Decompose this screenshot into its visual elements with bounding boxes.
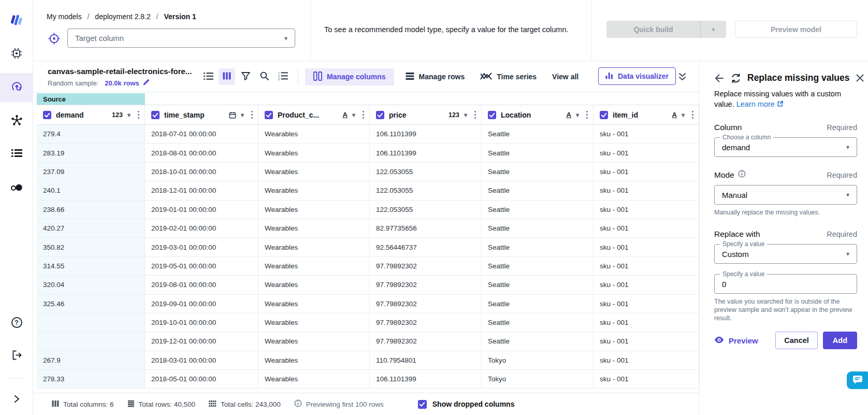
caret-down-icon[interactable]: ▾	[576, 111, 579, 119]
table-cell[interactable]: Seattle	[482, 276, 594, 294]
table-cell[interactable]: 122.053055	[370, 201, 482, 219]
column-checkbox[interactable]	[488, 111, 496, 119]
quick-build-button[interactable]: Quick build ▾	[606, 21, 726, 38]
info-icon[interactable]	[738, 170, 746, 180]
back-button[interactable]	[714, 73, 725, 83]
table-cell[interactable]: 2018-10-01 00:00:00	[145, 163, 258, 181]
mode-select[interactable]: Manual ▾	[714, 185, 857, 205]
caret-down-icon[interactable]: ▾	[464, 111, 467, 119]
table-cell[interactable]: 97.79892302	[370, 332, 482, 350]
column-header-demand[interactable]: demand123▾	[37, 105, 145, 124]
table-cell[interactable]: 325.46	[37, 295, 145, 313]
table-cell[interactable]: 106.1101399	[370, 370, 482, 388]
column-checkbox[interactable]	[265, 111, 273, 119]
manage-rows-button[interactable]: Manage rows	[406, 72, 465, 82]
table-cell[interactable]: 237.09	[37, 163, 145, 181]
sidebar-item-help[interactable]: ?	[0, 308, 33, 337]
column-checkbox[interactable]	[376, 111, 384, 119]
table-cell[interactable]: sku - 001	[594, 238, 699, 256]
table-cell[interactable]: sku - 001	[594, 144, 699, 162]
table-cell[interactable]: 320.04	[37, 276, 145, 294]
column-header-time_stamp[interactable]: time_stamp▾	[145, 105, 258, 124]
show-dropped-checkbox[interactable]	[418, 400, 427, 409]
table-cell[interactable]: 2018-12-01 00:00:00	[145, 181, 258, 199]
sidebar-expand-button[interactable]	[0, 385, 33, 414]
custom-value-field[interactable]: Specify a value	[714, 274, 857, 294]
table-cell[interactable]: Wearables	[258, 238, 370, 256]
sidebar-item-compare[interactable]	[0, 174, 33, 203]
table-cell[interactable]: Wearables	[258, 332, 370, 350]
sidebar-item-datasets[interactable]	[0, 73, 33, 102]
table-cell[interactable]: Wearables	[258, 313, 370, 332]
canvas-logo[interactable]	[0, 6, 33, 35]
table-cell[interactable]: Wearables	[258, 276, 370, 294]
column-header-product_c[interactable]: Product_c...A▾	[258, 105, 370, 124]
table-cell[interactable]: 283.19	[37, 144, 145, 162]
table-cell[interactable]: Seattle	[482, 219, 594, 237]
breadcrumb-my-models[interactable]: My models	[47, 12, 82, 21]
ordered-list-button[interactable]: 1 2 3	[274, 68, 291, 85]
table-cell[interactable]: sku - 001	[594, 257, 699, 275]
table-cell[interactable]: Seattle	[482, 181, 594, 199]
edit-icon[interactable]	[142, 78, 150, 88]
table-cell[interactable]: Wearables	[258, 370, 370, 388]
table-cell[interactable]: 2019-10-01 00:00:00	[145, 313, 258, 332]
sidebar-item-logout[interactable]	[0, 341, 33, 370]
kebab-menu-icon[interactable]	[361, 109, 365, 121]
table-cell[interactable]: Seattle	[482, 257, 594, 275]
table-cell[interactable]: Seattle	[482, 144, 594, 162]
table-cell[interactable]: 2019-12-01 00:00:00	[145, 332, 258, 350]
table-cell[interactable]: 97.79892302	[370, 295, 482, 313]
table-cell[interactable]: Wearables	[258, 351, 370, 369]
table-cell[interactable]: 2019-09-01 00:00:00	[145, 295, 258, 313]
learn-more-link[interactable]: Learn more	[736, 100, 775, 108]
table-cell[interactable]	[37, 332, 145, 350]
caret-down-icon[interactable]: ▾	[127, 111, 131, 119]
column-header-item_id[interactable]: item_idA▾	[594, 105, 699, 124]
table-cell[interactable]: 97.79892302	[370, 257, 482, 275]
table-cell[interactable]: sku - 001	[594, 219, 699, 237]
table-cell[interactable]: 2018-03-01 00:00:00	[145, 351, 258, 369]
table-cell[interactable]: Tokyo	[482, 370, 594, 388]
table-cell[interactable]: 82.97735656	[370, 219, 482, 237]
table-cell[interactable]: Seattle	[482, 295, 594, 313]
table-cell[interactable]: 267.9	[37, 351, 145, 369]
table-cell[interactable]: Wearables	[258, 163, 370, 181]
sidebar-item-list[interactable]	[0, 139, 33, 168]
close-button[interactable]	[856, 74, 864, 82]
table-cell[interactable]: 238.66	[37, 201, 145, 219]
sidebar-item-models[interactable]	[0, 39, 33, 68]
column-select[interactable]: Choose a column demand ▾	[714, 137, 857, 157]
table-cell[interactable]: Tokyo	[482, 351, 594, 369]
table-cell[interactable]: 2019-08-01 00:00:00	[145, 276, 258, 294]
table-cell[interactable]: Wearables	[258, 144, 370, 162]
table-cell[interactable]: Seattle	[482, 313, 594, 332]
table-cell[interactable]: sku - 001	[594, 125, 699, 143]
table-cell[interactable]: sku - 001	[594, 370, 699, 388]
table-cell[interactable]: Seattle	[482, 332, 594, 350]
preview-model-button[interactable]: Preview model	[735, 21, 857, 38]
chat-widget-button[interactable]	[847, 371, 868, 389]
table-cell[interactable]: Seattle	[482, 238, 594, 256]
table-cell[interactable]: Seattle	[482, 125, 594, 143]
column-checkbox[interactable]	[43, 111, 51, 119]
table-cell[interactable]: 122.053055	[370, 181, 482, 199]
kebab-menu-icon[interactable]	[137, 109, 140, 121]
table-cell[interactable]: 314.55	[37, 257, 145, 275]
table-cell[interactable]: 2018-07-01 00:00:00	[145, 125, 258, 143]
manage-columns-button[interactable]: Manage columns	[305, 68, 394, 85]
time-series-button[interactable]: Time series	[480, 72, 537, 82]
table-cell[interactable]: 97.79892302	[370, 276, 482, 294]
caret-down-icon[interactable]: ▾	[682, 111, 685, 119]
data-visualizer-button[interactable]: Data visualizer	[598, 67, 676, 85]
caret-down-icon[interactable]: ▾	[241, 111, 244, 119]
show-dropped-columns-toggle[interactable]: Show dropped columns	[418, 400, 515, 409]
breadcrumb-deployment[interactable]: deployment 2.8.2	[95, 12, 150, 21]
kebab-menu-icon[interactable]	[585, 109, 589, 121]
preview-button[interactable]: Preview	[714, 336, 758, 345]
collapse-toolbar-button[interactable]	[675, 70, 689, 84]
column-header-price[interactable]: price123▾	[370, 105, 482, 124]
column-header-location[interactable]: LocationA▾	[482, 105, 594, 124]
table-cell[interactable]: sku - 001	[594, 295, 699, 313]
table-cell[interactable]: sku - 001	[594, 332, 699, 350]
